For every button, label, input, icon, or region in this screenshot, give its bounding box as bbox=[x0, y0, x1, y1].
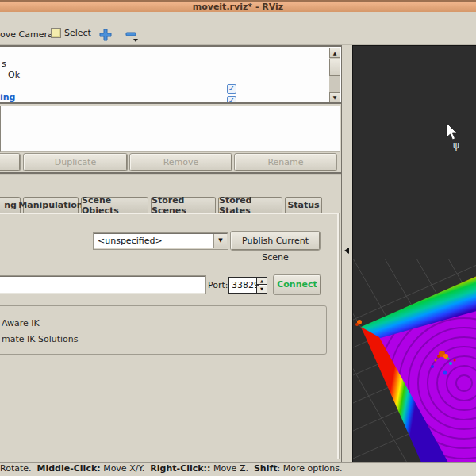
tool-select[interactable]: Select bbox=[51, 28, 91, 38]
column-separator bbox=[225, 47, 225, 104]
displays-tree[interactable]: s Ok ing ✓ ✓ ▲ ▼ bbox=[0, 45, 341, 104]
tab-planning-partial[interactable]: ng bbox=[0, 197, 21, 213]
motion-planning-tabs: ng Manipulation Scene Objects Stored Sce… bbox=[0, 197, 341, 213]
scrollbar-up-icon[interactable]: ▲ bbox=[329, 48, 340, 58]
spinner-buttons: ▲ ▼ bbox=[256, 278, 266, 293]
port-value: 33829 bbox=[232, 280, 259, 290]
chevron-down-icon[interactable]: ▼ bbox=[213, 234, 227, 248]
tab-stored-states[interactable]: Stored States bbox=[218, 197, 282, 213]
scrollbar-grip bbox=[332, 63, 338, 63]
measure-dropdown-caret[interactable] bbox=[133, 39, 138, 42]
status-text: : More options. bbox=[278, 463, 343, 474]
displays-scrollbar[interactable]: ▲ ▼ bbox=[329, 48, 340, 104]
status-text-bold: Right-Click:: bbox=[150, 463, 210, 474]
status-text-bold: Middle-Click: bbox=[37, 463, 101, 474]
warehouse-host-input[interactable] bbox=[0, 276, 205, 294]
display-enabled-checkbox[interactable]: ✓ bbox=[227, 84, 236, 94]
pointcloud-scene: ψ bbox=[353, 46, 476, 463]
scrollbar-thumb[interactable] bbox=[329, 59, 340, 76]
collision-aware-ik-label: Aware IK bbox=[2, 318, 40, 328]
spin-down-icon[interactable]: ▼ bbox=[257, 286, 267, 293]
display-row-motionplanning-fragment: ing bbox=[0, 92, 15, 102]
connect-button[interactable]: Connect bbox=[274, 275, 321, 294]
panel-splitter[interactable] bbox=[341, 45, 352, 462]
tab-stored-scenes[interactable]: Stored Scenes bbox=[151, 197, 216, 213]
rename-button[interactable]: Rename bbox=[235, 154, 336, 171]
interact-cursor-icon: ψ bbox=[453, 140, 459, 151]
focus-camera-icon[interactable] bbox=[99, 29, 113, 41]
wall-top-blob bbox=[355, 323, 359, 326]
status-text: Rotate. bbox=[0, 463, 37, 474]
dropdown-value: <unspecified> bbox=[98, 236, 163, 246]
display-row-fragment: s bbox=[2, 59, 6, 69]
mouse-cursor-icon bbox=[447, 123, 457, 140]
description-pane bbox=[0, 106, 340, 152]
scrollbar-down-icon[interactable]: ▼ bbox=[329, 92, 340, 102]
menu-strip bbox=[0, 12, 476, 24]
tool-move-camera[interactable]: ove Camera bbox=[0, 29, 53, 40]
statusbar: Rotate. Middle-Click: Move X/Y. Right-Cl… bbox=[0, 462, 476, 476]
3d-viewport[interactable]: ψ bbox=[352, 45, 476, 462]
tab-manipulation[interactable]: Manipulation bbox=[23, 197, 79, 213]
select-icon bbox=[51, 28, 61, 38]
port-label: Port: bbox=[208, 280, 228, 290]
display-enabled-checkbox[interactable]: ✓ bbox=[227, 96, 236, 104]
titlebar[interactable]: moveit.rviz* - RViz bbox=[0, 0, 476, 12]
measure-icon[interactable] bbox=[125, 29, 139, 41]
tool-select-label: Select bbox=[64, 28, 91, 38]
spin-up-icon[interactable]: ▲ bbox=[257, 278, 267, 285]
rviz-window: moveit.rviz* - RViz ove Camera Select s … bbox=[0, 0, 476, 476]
panel-divider[interactable] bbox=[0, 172, 341, 175]
scrollbar-grip bbox=[332, 67, 338, 67]
panel-collapse-arrow[interactable] bbox=[344, 248, 349, 254]
tab-scene-objects[interactable]: Scene Objects bbox=[81, 197, 148, 213]
add-button-partial[interactable] bbox=[0, 154, 20, 171]
approximate-ik-solutions-label: mate IK Solutions bbox=[2, 334, 79, 344]
display-status-ok: Ok bbox=[8, 70, 20, 80]
port-spinbox[interactable]: 33829 ▲ ▼ bbox=[228, 277, 267, 294]
remove-button[interactable]: Remove bbox=[130, 154, 232, 171]
kinematics-groupbox bbox=[0, 305, 327, 355]
publish-current-scene-button[interactable]: Publish Current Scene bbox=[231, 232, 320, 250]
duplicate-button[interactable]: Duplicate bbox=[24, 154, 127, 171]
status-text: Move X/Y. bbox=[101, 463, 151, 474]
status-text-bold: Shift bbox=[254, 463, 278, 474]
window-title: moveit.rviz* - RViz bbox=[193, 2, 284, 12]
toolbar: ove Camera Select bbox=[0, 24, 476, 45]
tab-status[interactable]: Status bbox=[285, 197, 322, 213]
status-text: Move Z. bbox=[210, 463, 254, 474]
planning-library-dropdown[interactable]: <unspecified> ▼ bbox=[94, 233, 228, 249]
